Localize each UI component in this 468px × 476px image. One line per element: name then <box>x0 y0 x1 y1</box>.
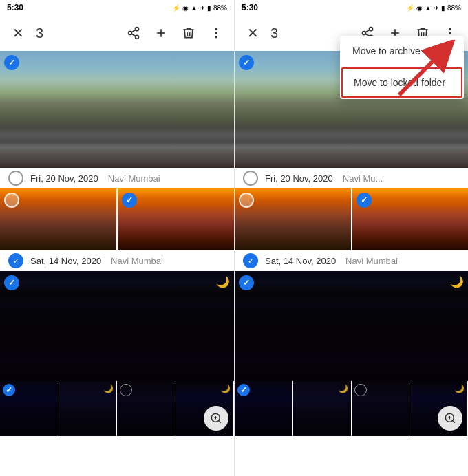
zoom-button-right[interactable] <box>438 406 462 431</box>
bottom-thumb-4-left[interactable]: 🌙 <box>176 381 234 436</box>
date-section-2-right: Sat, 14 Nov, 2020 Navi Mumbai <box>235 250 468 271</box>
bottom-thumb-2-left[interactable]: 🌙 <box>58 381 117 436</box>
dark-photo-left[interactable]: 🌙 <box>0 271 234 381</box>
content-right: Fri, 20 Nov, 2020 Navi Mu... Sat, 14 Nov… <box>235 51 468 476</box>
svg-line-4 <box>131 30 136 32</box>
date-label-1-right: Fri, 20 Nov, 2020 <box>265 173 333 184</box>
thumb-row-1-right <box>235 188 468 250</box>
circle-thumb-left[interactable] <box>120 384 132 396</box>
top-bar-left: ✕ 3 <box>0 15 234 51</box>
moon-icon-thumb2-left: 🌙 <box>220 384 231 393</box>
date-circle-1-right[interactable] <box>243 171 258 186</box>
selection-count-right: 3 <box>270 25 350 41</box>
bottom-thumb-1-right[interactable] <box>235 381 293 436</box>
location-icon-r: ◉ <box>416 4 423 12</box>
thumb-row-1-left <box>0 188 234 250</box>
airplane-icon: ✈ <box>200 4 205 12</box>
bottom-thumb-3-right[interactable] <box>352 381 410 436</box>
signal-icon-r: ⚡ <box>406 4 414 12</box>
svg-line-3 <box>131 34 136 36</box>
svg-point-2 <box>136 35 139 39</box>
date-sub-1-right: Navi Mu... <box>343 173 383 184</box>
check-bottom-1-right[interactable] <box>237 384 250 396</box>
date-sub-1-left: Navi Mumbai <box>108 173 160 184</box>
location-icon: ◉ <box>182 4 189 12</box>
right-panel: 5:30 ⚡ ◉ ▲ ✈ ▮ 88% ✕ 3 <box>234 0 468 476</box>
wifi-icon-r: ▲ <box>425 4 432 12</box>
bottom-thumbs-left: 🌙 🌙 <box>0 381 234 436</box>
moon-icon-right: 🌙 <box>450 275 464 288</box>
bottom-thumb-1-left[interactable] <box>0 381 58 436</box>
photo-check-train-right[interactable] <box>239 55 254 70</box>
left-panel: 5:30 ⚡ ◉ ▲ ✈ ▮ 88% ✕ 3 <box>0 0 234 476</box>
circle-thumb-right[interactable] <box>354 384 367 396</box>
moon-icon-thumb-left: 🌙 <box>103 384 114 393</box>
battery-pct-right: 88% <box>447 4 461 12</box>
bottom-thumb-2-right[interactable]: 🌙 <box>293 381 352 436</box>
status-bar-left: 5:30 ⚡ ◉ ▲ ✈ ▮ 88% <box>0 0 234 15</box>
date-section-1-right: Fri, 20 Nov, 2020 Navi Mu... <box>235 168 468 188</box>
action-buttons-left <box>121 21 228 45</box>
check-sunset-1-left[interactable] <box>4 193 19 208</box>
moon-icon-thumb2-right: 🌙 <box>454 384 465 393</box>
delete-button-left[interactable] <box>176 21 201 45</box>
add-button-left[interactable] <box>149 21 173 45</box>
date-circle-2-left[interactable] <box>8 253 23 268</box>
date-circle-1-left[interactable] <box>8 171 23 186</box>
zoom-button-left[interactable] <box>204 406 228 431</box>
photo-check-train-left[interactable] <box>4 55 19 70</box>
time-right: 5:30 <box>242 3 258 12</box>
date-label-1-left: Fri, 20 Nov, 2020 <box>30 173 98 184</box>
time-left: 5:30 <box>7 3 23 12</box>
check-sunset-1-right[interactable] <box>239 193 254 208</box>
bottom-thumb-4-right[interactable]: 🌙 <box>410 381 468 436</box>
close-button-left[interactable]: ✕ <box>6 21 30 45</box>
status-icons-left: ⚡ ◉ ▲ ✈ ▮ 88% <box>172 4 227 12</box>
dropdown-menu: Move to archive Move to locked folder <box>340 36 464 99</box>
content-left: Fri, 20 Nov, 2020 Navi Mumbai Sat, 14 No… <box>0 51 234 476</box>
thumb-sunset-1-left[interactable] <box>0 188 116 250</box>
close-button-right[interactable]: ✕ <box>240 21 265 45</box>
check-bottom-1-left[interactable] <box>3 384 15 396</box>
check-sunset-2-left[interactable] <box>122 193 137 208</box>
thumb-sunset-2-left[interactable] <box>118 188 234 250</box>
dark-photo-right[interactable]: 🌙 <box>235 271 468 381</box>
date-circle-2-right[interactable] <box>243 253 258 268</box>
date-label-2-right: Sat, 14 Nov, 2020 <box>265 256 336 266</box>
train-photo-left[interactable] <box>0 51 234 168</box>
moon-icon-left: 🌙 <box>216 275 230 288</box>
date-section-2-left: Sat, 14 Nov, 2020 Navi Mumbai <box>0 250 234 271</box>
svg-line-11 <box>218 420 220 422</box>
move-to-locked-folder-item[interactable]: Move to locked folder <box>341 67 462 98</box>
share-button-left[interactable] <box>121 21 146 45</box>
check-sunset-2-right[interactable] <box>357 193 372 208</box>
moon-icon-thumb-right: 🌙 <box>338 384 348 393</box>
svg-point-0 <box>136 28 139 31</box>
svg-point-21 <box>449 28 451 30</box>
thumb-sunset-1-right[interactable] <box>235 188 351 250</box>
thumb-sunset-2-right[interactable] <box>352 188 469 250</box>
selection-count-left: 3 <box>36 25 116 41</box>
status-bar-right: 5:30 ⚡ ◉ ▲ ✈ ▮ 88% <box>235 0 468 15</box>
svg-point-7 <box>215 28 217 30</box>
date-sub-2-right: Navi Mumbai <box>345 256 398 266</box>
battery-icon-r: ▮ <box>441 4 445 12</box>
svg-line-26 <box>452 420 454 422</box>
wifi-icon: ▲ <box>191 4 198 12</box>
date-section-1-left: Fri, 20 Nov, 2020 Navi Mumbai <box>0 168 234 188</box>
svg-point-14 <box>370 28 373 31</box>
battery-icon: ▮ <box>207 4 211 12</box>
svg-point-22 <box>449 32 451 34</box>
bottom-thumbs-right: 🌙 🌙 <box>235 381 468 436</box>
move-to-archive-item[interactable]: Move to archive <box>340 36 464 66</box>
status-icons-right: ⚡ ◉ ▲ ✈ ▮ 88% <box>406 4 461 12</box>
bottom-thumb-3-left[interactable] <box>117 381 176 436</box>
svg-point-15 <box>363 32 366 35</box>
signal-icon: ⚡ <box>172 4 180 12</box>
check-dark-left[interactable] <box>4 275 19 290</box>
more-button-left[interactable] <box>204 21 228 45</box>
svg-line-18 <box>365 30 370 32</box>
check-dark-right[interactable] <box>239 275 254 290</box>
svg-point-9 <box>215 36 217 38</box>
svg-point-1 <box>129 32 132 35</box>
